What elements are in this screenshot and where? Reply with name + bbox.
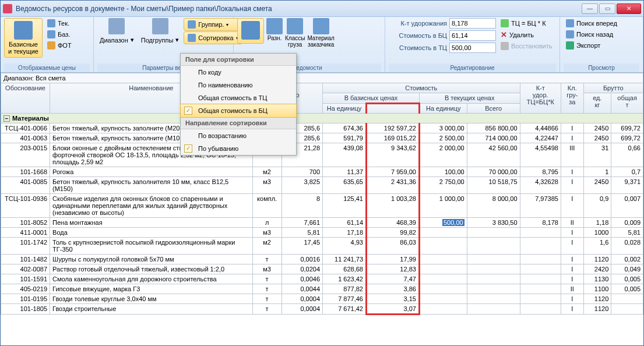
maximize-button[interactable]: ▭ (599, 3, 615, 14)
table-row[interactable]: 203-0015Блоки оконные с двойным остеклен… (1, 143, 643, 167)
table-row[interactable]: 101-8052Пена монтажнаял7,66161,14468,395… (1, 218, 643, 228)
range-button[interactable]: Диапазон▾ (97, 35, 136, 45)
find-forward-button[interactable]: Поиск вперед (564, 18, 620, 29)
col-kt[interactable]: К-т удор. ТЦ=БЦ*К (520, 83, 561, 114)
toggle1-button[interactable] (237, 18, 264, 44)
group-label: Просмотр (564, 63, 639, 72)
sort-by-name[interactable]: По наименованию (181, 79, 296, 91)
table-row[interactable]: 402-0087Раствор готовый отделочный тяжел… (1, 264, 643, 274)
table-row[interactable]: 101-1805Гвозди строительныет0,00047 671,… (1, 304, 643, 315)
sttc-input[interactable] (449, 43, 496, 53)
check-icon: ✓ (184, 107, 192, 115)
collapse-icon[interactable]: − (3, 115, 10, 122)
table-row[interactable]: 405-0219Гипсовые вяжущие, марка Г3т0,004… (1, 284, 643, 294)
close-button[interactable]: ✕ (617, 3, 641, 14)
sort-desc[interactable]: ✓По убыванию (181, 142, 296, 155)
range-label: Диапазон: Вся смета (1, 73, 643, 83)
check-icon: ✓ (184, 144, 192, 153)
material-icon (313, 18, 329, 34)
sort-by-code[interactable]: По коду (181, 66, 296, 79)
minimize-button[interactable]: — (582, 3, 598, 14)
group-icon (188, 20, 196, 29)
formula-button[interactable]: ТЦ = БЦ * К (498, 18, 554, 29)
col-brutto[interactable]: Брутто (583, 83, 643, 93)
excel-icon (566, 41, 574, 50)
section-row[interactable]: −Материалы (1, 114, 643, 123)
baz-button[interactable]: Баз. (45, 29, 74, 40)
window-title: Ведомость ресурсов в документе - Мои сме… (16, 5, 582, 13)
search-icon (566, 19, 574, 27)
fot-button[interactable]: ФОТ (45, 40, 74, 51)
doc-icon (47, 19, 55, 27)
group-label: Редактирование (389, 63, 556, 72)
col-cost[interactable]: Стоимость (323, 83, 520, 93)
delete-button[interactable]: ✕Удалить (498, 29, 554, 40)
menu-header: Поле для сортировки (181, 54, 296, 66)
stbc-input[interactable] (449, 30, 496, 41)
sort-total-tc[interactable]: Общая стоимость в ТЦ (181, 91, 296, 104)
undo-icon (501, 42, 509, 50)
app-icon (3, 4, 12, 13)
ribbon: Базисные и текущие Тек. Баз. ФОТ Отображ… (1, 17, 643, 73)
coin-icon (47, 41, 55, 50)
table-row[interactable]: 401-0085Бетон тяжелый, крупность заполни… (1, 177, 643, 194)
find-back-button[interactable]: Поиск назад (564, 29, 620, 40)
tek-button[interactable]: Тек. (45, 18, 74, 29)
table-row[interactable]: 401-0063Бетон тяжелый, крупность заполни… (1, 133, 643, 143)
subgroup-icon (152, 18, 168, 34)
col-kl[interactable]: Кл. гру- за (561, 83, 583, 114)
color-icon (266, 18, 283, 34)
ktud-input[interactable] (449, 18, 496, 29)
base-current-button[interactable]: Базисные и текущие (4, 18, 43, 58)
table-row[interactable]: 101-0195Гвозди толевые круглые 3,0х40 мм… (1, 294, 643, 304)
restore-button: Восстановить (498, 41, 554, 51)
export-button[interactable]: Экспорт (564, 40, 620, 51)
range-icon (108, 18, 125, 34)
sort-menu: Поле для сортировки По коду По наименова… (180, 53, 297, 156)
x-icon: ✕ (501, 30, 507, 39)
group-label: Отображаемые цены (4, 63, 90, 72)
table-row[interactable]: ТСЦ-401-0066Бетон тяжелый, крупность зап… (1, 123, 643, 133)
table-row[interactable]: 101-1742Толь с крупнозернистой посыпкой … (1, 238, 643, 255)
formula-icon (501, 19, 509, 27)
data-grid[interactable]: Диапазон: Вся смета Обоснование Наименов… (1, 73, 643, 345)
menu-header: Направление сортировки (181, 117, 296, 129)
table-row[interactable]: ТСЦ-101-0936Скобяные изделия для оконных… (1, 194, 643, 218)
doc-icon (47, 30, 55, 38)
class-icon (287, 18, 303, 34)
search-icon (566, 30, 574, 38)
col-code[interactable]: Обоснование (1, 83, 50, 114)
subgroups-button[interactable]: Подгруппы▾ (139, 35, 182, 45)
table-row[interactable]: 101-1591Смола каменноугольная для дорожн… (1, 274, 643, 284)
table-row[interactable]: 101-1482Шурупы с полукруглой головкой 5х… (1, 255, 643, 264)
btn-label: Базисные и текущие (8, 41, 38, 55)
titlebar: Ведомость ресурсов в документе - Мои сме… (1, 1, 643, 17)
sort-total-bc[interactable]: ✓Общая стоимость в БЦ (180, 104, 297, 118)
sort-icon (188, 34, 196, 42)
table-row[interactable]: 101-1668Рогожам270011,377 959,00100,0070… (1, 167, 643, 177)
sort-asc[interactable]: По возрастанию (181, 129, 296, 142)
table-row[interactable]: 411-0001Водам35,8117,1899,82I10005,81 (1, 228, 643, 238)
